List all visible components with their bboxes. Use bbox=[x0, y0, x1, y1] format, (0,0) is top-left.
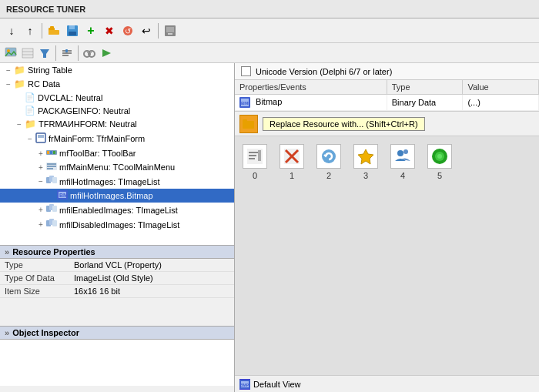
mfilEnabledImages-label: mfilEnabledImages: TImageList bbox=[59, 206, 178, 215]
expand-mfMainMenu[interactable]: + bbox=[35, 163, 46, 172]
img-box-5[interactable] bbox=[427, 144, 452, 169]
tree-item-packageinfo[interactable]: · 📄 PACKAGEINFO: Neutral bbox=[0, 104, 234, 117]
svg-rect-53 bbox=[243, 119, 247, 122]
svg-rect-23 bbox=[89, 52, 90, 55]
inspector-content bbox=[0, 340, 234, 386]
dvclal-icon: 📄 bbox=[25, 92, 35, 102]
svg-rect-32 bbox=[53, 151, 55, 154]
svg-point-64 bbox=[397, 150, 403, 156]
open-btn[interactable] bbox=[45, 22, 62, 39]
replace-resource-label: Replace Resource with... (Shift+Ctrl+R) bbox=[270, 119, 418, 129]
view-image-btn[interactable] bbox=[3, 45, 18, 61]
tfrmaiform-icon: 📁 bbox=[25, 119, 36, 129]
tree-item-mfilHotImages[interactable]: − mfilHotImages: TImageList bbox=[0, 174, 234, 189]
mfilDisabledImages-icon bbox=[46, 219, 57, 230]
folder-icon: 📁 bbox=[14, 79, 25, 89]
svg-rect-39 bbox=[52, 177, 57, 183]
prop-value-typeofdata: ImageList (Old Style) bbox=[69, 272, 234, 285]
resource-tree[interactable]: − 📁 String Table − 📁 RC Data · 📄 DVCLAL:… bbox=[0, 63, 234, 246]
view-list-btn[interactable] bbox=[20, 45, 35, 61]
svg-text:BMP: BMP bbox=[241, 101, 250, 106]
svg-text:BMP: BMP bbox=[240, 383, 249, 387]
svg-rect-25 bbox=[90, 51, 92, 53]
save-btn[interactable] bbox=[64, 22, 81, 39]
toolbar2 bbox=[0, 43, 539, 63]
tree-item-mfMainMenu[interactable]: + mfMainMenu: TCoolMainMenu bbox=[0, 160, 234, 174]
img-box-0[interactable] bbox=[243, 144, 267, 169]
tree-item-frMainForm[interactable]: − frMainForm: TfrMainForm bbox=[0, 131, 234, 146]
oi-chevron-icon: » bbox=[5, 328, 9, 337]
tree-item-string-table[interactable]: − 📁 String Table bbox=[0, 63, 234, 77]
th-value: Value bbox=[463, 80, 539, 95]
expand-rc-data[interactable]: − bbox=[3, 80, 14, 89]
add-resource-btn[interactable]: + bbox=[82, 22, 99, 39]
props-scroll[interactable]: Type Borland VCL (Property) Type Of Data… bbox=[0, 259, 234, 320]
replace-resource-btn[interactable]: ↺ bbox=[119, 22, 136, 39]
svg-rect-28 bbox=[38, 135, 44, 138]
table-row-bitmap[interactable]: BMP Bitmap Binary Data (...) bbox=[235, 95, 539, 111]
undo-btn[interactable]: ↩ bbox=[138, 22, 155, 39]
unicode-checkbox[interactable] bbox=[241, 66, 251, 76]
svg-rect-45 bbox=[52, 206, 57, 212]
filter-btn[interactable] bbox=[37, 45, 52, 61]
svg-rect-13 bbox=[22, 49, 33, 58]
img-label-1: 1 bbox=[290, 171, 294, 180]
default-view-icon: BMP bbox=[239, 379, 250, 390]
tree-item-bitmap[interactable]: · BMP mfilHotImages.Bitmap bbox=[0, 189, 234, 203]
img-box-1[interactable] bbox=[280, 144, 304, 169]
tree-item-tfrmaiform[interactable]: − 📁 TFRMAИНFORM: Neutral bbox=[0, 117, 234, 131]
up-arrow-btn[interactable]: ↑ bbox=[22, 22, 38, 39]
unicode-label: Unicode Version (Delphi 6/7 or later) bbox=[256, 67, 392, 76]
svg-text:BMP: BMP bbox=[59, 193, 68, 198]
expand-frMainForm[interactable]: − bbox=[25, 135, 35, 143]
object-inspector-panel: » Object Inspector bbox=[0, 327, 234, 392]
prop-bitmap: BMP Bitmap bbox=[235, 95, 387, 111]
toolbar: ↓ ↑ + ✖ ↺ ↩ bbox=[0, 18, 539, 43]
replace-resource-folder-btn[interactable] bbox=[239, 115, 258, 133]
toolbar2-sep1 bbox=[55, 45, 56, 61]
expand-tfrmaiform[interactable]: − bbox=[14, 120, 25, 129]
img-item-2: 2 bbox=[316, 144, 341, 180]
prop-value-type: Borland VCL (Property) bbox=[69, 259, 234, 272]
prop-label-type: Type bbox=[0, 259, 69, 272]
expand-mfToolBar[interactable]: + bbox=[35, 149, 46, 158]
bitmap-icon: BMP bbox=[57, 190, 68, 201]
run-btn[interactable] bbox=[99, 45, 114, 61]
tree-item-mfilDisabledImages[interactable]: + mfilDisabledImages: TImageList bbox=[0, 217, 234, 232]
img-item-1: 1 bbox=[280, 144, 304, 180]
main-content: − 📁 String Table − 📁 RC Data · 📄 DVCLAL:… bbox=[0, 63, 539, 392]
img-box-2[interactable] bbox=[316, 144, 341, 169]
prop-row-type: Type Borland VCL (Property) bbox=[0, 259, 234, 272]
mfilHotImages-label: mfilHotImages: TImageList bbox=[59, 177, 160, 186]
tree-item-mfToolBar[interactable]: + mfToolBar: TToolBar bbox=[0, 146, 234, 160]
expand-dvclal: · bbox=[14, 93, 25, 102]
export-btn[interactable] bbox=[162, 22, 179, 39]
unicode-bar: Unicode Version (Delphi 6/7 or later) bbox=[235, 63, 539, 80]
img-box-3[interactable] bbox=[353, 144, 378, 169]
left-panel: − 📁 String Table − 📁 RC Data · 📄 DVCLAL:… bbox=[0, 63, 235, 392]
img-box-4[interactable] bbox=[390, 144, 415, 169]
tree-item-rc-data[interactable]: − 📁 RC Data bbox=[0, 77, 234, 91]
expand-mfilDisabledImages[interactable]: + bbox=[35, 220, 46, 229]
packageinfo-icon: 📄 bbox=[25, 106, 35, 116]
image-preview-panel: Replace Resource with... (Shift+Ctrl+R) … bbox=[235, 112, 539, 375]
svg-rect-4 bbox=[69, 25, 75, 29]
svg-rect-34 bbox=[47, 163, 56, 165]
properties-btn[interactable] bbox=[59, 45, 75, 61]
expand-string-table[interactable]: − bbox=[3, 66, 14, 75]
expand-mfilEnabledImages[interactable]: + bbox=[35, 206, 46, 214]
svg-rect-35 bbox=[47, 166, 56, 167]
binoculars-btn[interactable] bbox=[82, 45, 97, 61]
object-inspector-header: » Object Inspector bbox=[0, 327, 234, 340]
delete-resource-btn[interactable]: ✖ bbox=[101, 22, 118, 39]
right-panel: Unicode Version (Delphi 6/7 or later) Pr… bbox=[235, 63, 539, 392]
img-item-5: 5 bbox=[427, 144, 452, 180]
mfilHotImages-icon bbox=[46, 176, 57, 187]
toolbar-separator-2 bbox=[158, 23, 159, 39]
tree-item-dvclal[interactable]: · 📄 DVCLAL: Neutral bbox=[0, 91, 234, 104]
tree-item-mfilEnabledImages[interactable]: + mfilEnabledImages: TImageList bbox=[0, 203, 234, 217]
resource-properties-title: Resource Properties bbox=[12, 247, 95, 256]
down-arrow-btn[interactable]: ↓ bbox=[3, 22, 20, 39]
expand-mfilHotImages[interactable]: − bbox=[35, 177, 46, 186]
replace-resource-bar: Replace Resource with... (Shift+Ctrl+R) bbox=[235, 112, 539, 136]
